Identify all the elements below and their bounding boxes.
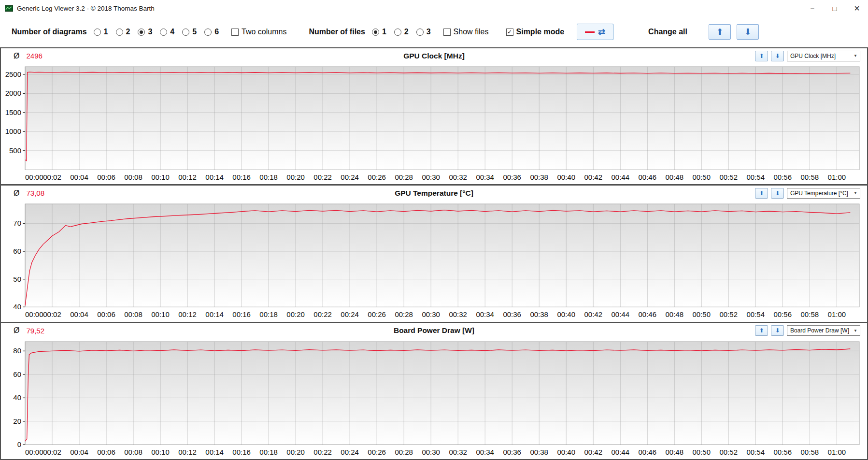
svg-text:00:42: 00:42 (584, 173, 602, 181)
svg-text:01:00: 01:00 (828, 173, 846, 181)
svg-text:00:10: 00:10 (151, 311, 170, 319)
change-all-down-button[interactable]: ⬇ (737, 24, 759, 40)
svg-text:01:00: 01:00 (828, 448, 846, 456)
panel-header: Ø 73,08 GPU Temperature [°C] ⬆ ⬇ GPU Tem… (1, 186, 867, 201)
svg-text:00:14: 00:14 (205, 311, 224, 319)
svg-text:00:24: 00:24 (341, 173, 359, 181)
svg-text:500: 500 (9, 146, 21, 155)
radio-files-3[interactable]: 3 (416, 28, 431, 36)
svg-text:00:32: 00:32 (449, 173, 467, 181)
svg-text:2500: 2500 (5, 70, 21, 78)
svg-text:00:36: 00:36 (503, 311, 521, 319)
svg-text:00:00: 00:00 (25, 448, 43, 456)
svg-text:00:48: 00:48 (665, 173, 683, 181)
metric-down-button[interactable]: ⬇ (771, 51, 784, 61)
title-bar[interactable]: Generic Log Viewer 3.2 - © 2018 Thomas B… (0, 0, 868, 16)
svg-text:00:38: 00:38 (530, 311, 548, 319)
panel-board-power: Ø 79,52 Board Power Draw [W] ⬆ ⬇ Board P… (1, 323, 867, 459)
svg-text:00:06: 00:06 (97, 448, 115, 456)
svg-text:00:20: 00:20 (286, 173, 305, 181)
svg-text:00:44: 00:44 (611, 311, 629, 319)
svg-text:00:56: 00:56 (774, 311, 792, 319)
svg-text:00:56: 00:56 (774, 173, 792, 181)
close-button[interactable]: × (846, 0, 868, 16)
average-value: 79,52 (26, 327, 44, 335)
checkbox-simple-mode[interactable]: ✓ Simple mode (506, 28, 565, 36)
average-readout: Ø 2496 (14, 52, 43, 60)
svg-text:00:46: 00:46 (638, 311, 656, 319)
radio-icon (116, 29, 123, 36)
svg-text:00:46: 00:46 (638, 448, 656, 456)
svg-text:00:54: 00:54 (747, 173, 765, 181)
change-all-label: Change all (648, 28, 687, 36)
svg-text:00:02: 00:02 (43, 311, 61, 319)
svg-text:00:40: 00:40 (557, 311, 575, 319)
svg-text:00:22: 00:22 (313, 173, 332, 181)
chevron-down-icon: ▼ (854, 329, 857, 333)
svg-text:01:00: 01:00 (828, 311, 846, 319)
metric-down-button[interactable]: ⬇ (771, 188, 784, 199)
panel-title: GPU Temperature [°C] (1, 189, 867, 198)
radio-diagrams-3[interactable]: 3 (138, 28, 152, 36)
svg-text:00:50: 00:50 (692, 311, 711, 319)
radio-icon (372, 29, 379, 36)
radio-diagrams-1[interactable]: 1 (94, 28, 108, 36)
metric-select-value: GPU Clock [MHz] (790, 53, 836, 59)
window-title: Generic Log Viewer 3.2 - © 2018 Thomas B… (17, 5, 155, 12)
maximize-button[interactable]: □ (824, 0, 846, 16)
svg-text:00:02: 00:02 (43, 173, 61, 181)
svg-text:40: 40 (13, 393, 21, 402)
svg-text:00:30: 00:30 (422, 311, 440, 319)
svg-text:00:02: 00:02 (43, 448, 61, 456)
svg-text:00:46: 00:46 (638, 173, 656, 181)
svg-text:00:12: 00:12 (178, 173, 197, 181)
radio-diagrams-4[interactable]: 4 (160, 28, 174, 36)
checkbox-two-columns[interactable]: Two columns (231, 28, 286, 36)
svg-text:00:06: 00:06 (97, 311, 115, 319)
metric-up-button[interactable]: ⬆ (755, 188, 768, 199)
radio-diagrams-5[interactable]: 5 (182, 28, 197, 36)
panel-gpu-temperature: Ø 73,08 GPU Temperature [°C] ⬆ ⬇ GPU Tem… (1, 186, 867, 323)
svg-text:60: 60 (13, 247, 21, 255)
radio-icon (94, 29, 101, 36)
svg-text:00:26: 00:26 (368, 448, 386, 456)
radio-files-2[interactable]: 2 (394, 28, 409, 36)
minimize-button[interactable]: − (801, 0, 824, 16)
svg-text:00:18: 00:18 (259, 448, 278, 456)
average-value: 2496 (26, 52, 42, 60)
svg-text:00:28: 00:28 (395, 173, 413, 181)
metric-select[interactable]: GPU Clock [MHz] ▼ (787, 51, 860, 61)
svg-text:50: 50 (13, 275, 21, 283)
panel-title: Board Power Draw [W] (1, 326, 867, 335)
svg-text:00:08: 00:08 (124, 448, 142, 456)
metric-up-button[interactable]: ⬆ (755, 51, 768, 61)
radio-diagrams-2[interactable]: 2 (116, 28, 130, 36)
radio-files-1[interactable]: 1 (372, 28, 386, 36)
metric-select[interactable]: GPU Temperature [°C] ▼ (787, 188, 860, 199)
show-files-label: Show files (454, 28, 489, 36)
svg-text:00:44: 00:44 (611, 448, 629, 456)
radio-icon (138, 29, 145, 36)
metric-up-button[interactable]: ⬆ (755, 325, 768, 336)
board-power-chart: 00:0000:0200:0400:0600:0800:1000:1200:14… (1, 338, 867, 459)
metric-select[interactable]: Board Power Draw [W] ▼ (787, 325, 860, 336)
chevron-down-icon: ▼ (854, 54, 857, 58)
svg-text:00:32: 00:32 (449, 311, 467, 319)
line-style-refresh-button[interactable]: ⇄ (577, 24, 613, 40)
chevron-down-icon: ▼ (854, 191, 857, 195)
panel-gpu-clock: Ø 2496 GPU Clock [MHz] ⬆ ⬇ GPU Clock [MH… (1, 48, 867, 186)
svg-text:00:16: 00:16 (232, 311, 251, 319)
svg-text:00:48: 00:48 (665, 448, 683, 456)
svg-text:00:40: 00:40 (557, 173, 575, 181)
svg-text:00:58: 00:58 (801, 448, 819, 456)
change-all-up-button[interactable]: ⬆ (709, 24, 731, 40)
metric-down-button[interactable]: ⬇ (771, 325, 784, 336)
radio-diagrams-6[interactable]: 6 (204, 28, 219, 36)
checkbox-show-files[interactable]: Show files (443, 28, 489, 36)
checkbox-icon (231, 29, 239, 36)
panel-controls: ⬆ ⬇ GPU Clock [MHz] ▼ (752, 51, 860, 61)
svg-text:00:08: 00:08 (124, 173, 142, 181)
arrow-down-icon: ⬇ (775, 190, 780, 197)
svg-text:80: 80 (13, 346, 21, 355)
svg-text:1500: 1500 (5, 108, 21, 116)
